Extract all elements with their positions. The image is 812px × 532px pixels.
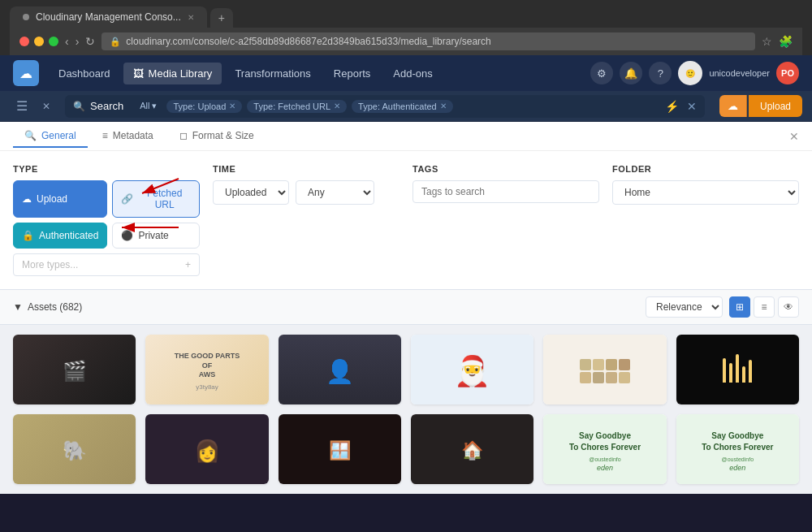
asset-card[interactable]: Say GoodbyeTo Chores Forever @oustedinfo… (676, 414, 799, 484)
tab-label: Cloudinary Management Conso... (36, 11, 181, 23)
assets-header: ▼ Assets (682) Relevance Date Name ⊞ ≡ 👁 (0, 290, 812, 325)
asset-card[interactable]: 🏠 efhotbs7kjg7gprt170jl JPG 16.74 KB 500… (411, 414, 533, 484)
maximize-window-btn[interactable] (49, 37, 58, 46)
asset-thumbnail: 👤 (279, 335, 401, 404)
minimize-window-btn[interactable] (34, 37, 44, 46)
tab-general-icon: 🔍 (24, 130, 37, 141)
tab-general[interactable]: 🔍 General (13, 125, 88, 148)
asset-card[interactable]: 🎬 bccjxzkfbhakfko8rfi 🎬 30% 5.07 MB 00:0… (13, 335, 136, 404)
filter-auth-remove[interactable]: ✕ (440, 102, 447, 110)
filter-options-icon[interactable]: ⚡ (665, 100, 679, 113)
assets-area: ▼ Assets (682) Relevance Date Name ⊞ ≡ 👁… (0, 290, 812, 494)
asset-thumbnail: 🪟 (279, 414, 401, 484)
asset-card[interactable]: dreidels-for-hanukkah_uhcotb JPG 458.44 … (543, 335, 666, 404)
browser-tab[interactable]: Cloudinary Management Conso... ✕ (10, 6, 207, 28)
asset-thumbnail: 🎬 (13, 335, 136, 404)
asset-card[interactable]: menorah-candles-cinemagraph_y9hdej MP4 7… (676, 335, 799, 404)
notifications-btn[interactable]: 🔔 (620, 62, 642, 84)
refresh-btn[interactable]: ↻ (85, 35, 95, 48)
forward-btn[interactable]: › (76, 35, 80, 48)
tab-close-btn[interactable]: ✕ (188, 13, 194, 22)
close-search-btn[interactable]: ✕ (36, 97, 57, 115)
tab-format-size[interactable]: ◻ Format & Size (168, 125, 266, 148)
upload-btn[interactable]: Upload (749, 95, 802, 117)
nav-item-addons[interactable]: Add-ons (383, 63, 442, 84)
user-avatar: 🙂 (678, 61, 702, 85)
sort-select[interactable]: Relevance Date Name (646, 296, 723, 318)
assets-grid: 🎬 bccjxzkfbhakfko8rfi 🎬 30% 5.07 MB 00:0… (0, 325, 812, 494)
user-badge[interactable]: PO (776, 62, 799, 84)
asset-card[interactable]: 🎅 santa_hat JPG 10.02 KB 356 × 213 (411, 335, 533, 404)
back-btn[interactable]: ‹ (65, 35, 69, 48)
assets-toggle[interactable]: ▼ Assets (682) (13, 301, 82, 313)
nav-item-dashboard[interactable]: Dashboard (49, 63, 120, 84)
nav-logo[interactable]: ☁ (13, 60, 39, 86)
new-tab-btn[interactable]: + (210, 8, 233, 28)
settings-btn[interactable]: ⚙ (590, 62, 613, 84)
time-filter-section: Time Uploaded Created Updated Any Today … (213, 164, 400, 276)
circle-icon: ⚫ (121, 230, 133, 241)
time-range-select[interactable]: Any Today This week (296, 180, 374, 205)
type-filter-section: Type ☁ Upload 🔗 Fetched URL 🔒 Authentica… (13, 164, 200, 276)
tab-format-icon: ◻ (179, 130, 188, 141)
bookmark-btn[interactable]: ☆ (762, 35, 772, 48)
panel-close-btn[interactable]: ✕ (789, 130, 799, 143)
filter-fetched-remove[interactable]: ✕ (334, 102, 340, 110)
hamburger-btn[interactable]: ☰ (10, 95, 34, 117)
all-filter-btn[interactable]: All ▾ (135, 99, 162, 113)
nav-item-media-library[interactable]: 🖼 Media Library (123, 63, 222, 84)
type-fetched-btn[interactable]: 🔗 Fetched URL (112, 180, 200, 218)
folder-select[interactable]: Home Animals Documents (612, 180, 799, 205)
help-btn[interactable]: ? (649, 62, 672, 84)
tab-metadata[interactable]: ≡ Metadata (91, 125, 165, 148)
eye-view-btn[interactable]: 👁 (778, 296, 799, 318)
close-window-btn[interactable] (19, 37, 29, 46)
tags-filter-section: Tags (412, 164, 599, 276)
asset-card[interactable]: 👤 prosper_without_santa JPG 871.31 KB 23… (279, 335, 401, 404)
asset-card[interactable]: THE GOOD PARTSOFAWS y3ty8ay The_Good_Par… (145, 335, 268, 404)
asset-card[interactable]: 🪟 cnbeafilnr7qdaho64wmm JPG 16.76 KB 500… (279, 414, 401, 484)
asset-thumbnail: Say GoodbyeTo Chores Forever @oustedinfo… (543, 414, 666, 484)
upload-icon: ☁ (22, 193, 32, 205)
type-label: Type (13, 164, 200, 174)
folder-filter-section: Folder Home Animals Documents (612, 164, 799, 276)
upload-icon-btn[interactable]: ☁ (719, 95, 747, 117)
filter-upload-remove[interactable]: ✕ (229, 102, 235, 110)
link-icon: 🔗 (121, 193, 133, 205)
asset-thumbnail: 🐘 (13, 414, 136, 484)
nav-item-transformations[interactable]: Transformations (225, 63, 320, 84)
type-upload-btn[interactable]: ☁ Upload (13, 180, 107, 218)
search-bar: 🔍 Search All ▾ Type: Upload ✕ Type: Fetc… (65, 95, 705, 118)
nav-label: Add-ons (393, 67, 432, 80)
url-bar[interactable]: 🔒 cloudinary.com/console/c-a2f58db89d866… (102, 32, 755, 50)
tags-label: Tags (412, 164, 599, 174)
collapse-icon: ▼ (13, 301, 23, 313)
list-view-btn[interactable]: ≡ (754, 296, 775, 318)
type-private-btn[interactable]: ⚫ Private (112, 223, 200, 249)
assets-count: Assets (682) (28, 301, 82, 313)
nav-label: Media Library (149, 67, 213, 80)
search-tabs: 🔍 General ≡ Metadata ◻ Format & Size ✕ (0, 122, 812, 151)
tags-input[interactable] (412, 180, 599, 203)
time-type-select[interactable]: Uploaded Created Updated (213, 180, 289, 205)
grid-view-btn[interactable]: ⊞ (729, 296, 750, 318)
asset-thumbnail (543, 335, 666, 404)
type-authenticated-btn[interactable]: 🔒 Authenticated (13, 223, 107, 249)
asset-card[interactable]: Say GoodbyeTo Chores Forever @oustedinfo… (543, 414, 666, 484)
search-icon: 🔍 (73, 101, 85, 112)
clear-search-btn[interactable]: ✕ (687, 100, 697, 113)
asset-card[interactable]: 👩 eskelebetiolebebe 🎬 609.71 KB 200x (145, 414, 268, 484)
nav-item-reports[interactable]: Reports (324, 63, 381, 84)
asset-card[interactable]: 🐘 elephants 🎬 99% 34.66 MB 00:52 (13, 414, 136, 484)
asset-thumbnail: 👩 (145, 414, 268, 484)
nav-label: Transformations (235, 67, 310, 80)
url-text: cloudinary.com/console/c-a2f58db89d86687… (126, 36, 490, 47)
nav-icon: 🖼 (133, 67, 144, 80)
top-nav: ☁ Dashboard 🖼 Media Library Transformati… (0, 55, 812, 91)
lock-icon: 🔒 (22, 230, 34, 241)
asset-thumbnail: Say GoodbyeTo Chores Forever @oustedinfo… (676, 414, 799, 484)
nav-label: Dashboard (58, 67, 110, 80)
extensions-btn[interactable]: 🧩 (779, 35, 793, 48)
filter-pill-auth: Type: Authenticated ✕ (352, 100, 453, 113)
more-types-input[interactable]: More types... + (13, 253, 200, 276)
